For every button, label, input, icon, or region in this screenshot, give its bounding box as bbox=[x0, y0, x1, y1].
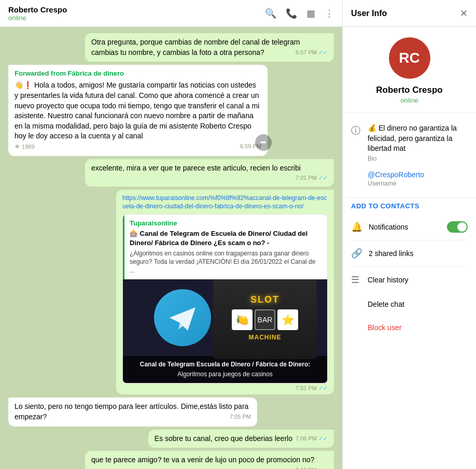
contact-status: online bbox=[8, 14, 265, 22]
preview-header: Tuparaisonline 🎰 Canal de Telegram de Es… bbox=[123, 215, 327, 279]
message-text: Lo siento, pero no tengo tiempo para lee… bbox=[15, 402, 248, 421]
table-row: Es sobre tu canal, creo que deberias lee… bbox=[8, 430, 334, 448]
avatar: RC bbox=[389, 37, 430, 79]
toggle-knob bbox=[457, 222, 467, 232]
link-url[interactable]: https://www.tuparaisonline.com/%f0%9f%92… bbox=[122, 194, 328, 211]
chat-header-icons: 🔍 📞 ▦ ⋮ bbox=[265, 8, 334, 19]
preview-card: Tuparaisonline 🎰 Canal de Telegram de Es… bbox=[122, 214, 328, 383]
preview-desc: ¿Algoritmos en casinos online con tragap… bbox=[130, 249, 322, 275]
link-icon: 🔗 bbox=[351, 248, 362, 259]
preview-title: 🎰 Canal de Telegram de Escuela de Dinero… bbox=[130, 229, 322, 248]
message-bubble-link: https://www.tuparaisonline.com/%f0%9f%92… bbox=[116, 190, 334, 395]
table-row: Otra pregunta, porque cambias de nombre … bbox=[8, 33, 334, 62]
contact-name: Roberto Crespo bbox=[8, 5, 265, 14]
call-icon[interactable]: 📞 bbox=[286, 8, 297, 19]
message-time: 7:01 PM ✓✓ bbox=[296, 174, 328, 182]
message-time: 7:01 PM ✓✓ bbox=[296, 385, 328, 392]
username-row: @CrespoRoberto Username bbox=[351, 166, 468, 191]
preview-site: Tuparaisonline bbox=[130, 219, 322, 228]
user-info-title: User Info bbox=[351, 9, 460, 18]
more-icon[interactable]: ⋮ bbox=[325, 8, 334, 19]
telegram-logo bbox=[154, 289, 211, 346]
message-text: Es sobre tu canal, creo que deberias lee… bbox=[155, 434, 292, 443]
table-row: Lo siento, pero no tengo tiempo para lee… bbox=[8, 397, 334, 426]
block-user-label: Block user bbox=[368, 323, 401, 332]
message-text: que te parece amigo? te va a venir de lu… bbox=[91, 456, 314, 464]
message-bubble: excelente, mira a ver que te parece este… bbox=[85, 159, 334, 187]
username-label: Username bbox=[368, 180, 424, 187]
shared-links-label: 2 shared links bbox=[369, 249, 468, 258]
message-time: 7:06 PM ✓✓ bbox=[296, 435, 328, 443]
messages-area[interactable]: Otra pregunta, porque cambias de nombre … bbox=[0, 27, 342, 469]
chat-header-info: Roberto Crespo online bbox=[8, 5, 265, 22]
table-row: https://www.tuparaisonline.com/%f0%9f%92… bbox=[8, 190, 334, 395]
bio-text: 💰 El dinero no garantiza la felicidad, p… bbox=[368, 123, 468, 154]
view-count: 👁 1989 bbox=[15, 144, 35, 150]
table-row: excelente, mira a ver que te parece este… bbox=[8, 159, 334, 187]
list-icon: ☰ bbox=[351, 274, 361, 286]
message-time: 6:57 PM ✓✓ bbox=[296, 49, 328, 56]
message-text: 👋❗ Hola a todos, amigos! Me gustaría com… bbox=[15, 81, 259, 140]
info-icon: ⓘ bbox=[351, 124, 361, 137]
message-time: 7:05 PM bbox=[230, 413, 251, 421]
forward-icon[interactable]: ➥ bbox=[255, 134, 272, 151]
clear-history-row[interactable]: ☰ Clear history bbox=[351, 267, 468, 293]
table-row: que te parece amigo? te va a venir de lu… bbox=[8, 451, 334, 469]
block-user-row[interactable]: Block user bbox=[351, 316, 468, 339]
message-bubble: Lo siento, pero no tengo tiempo para lee… bbox=[8, 397, 257, 426]
avatar-section: RC Roberto Crespo online bbox=[343, 27, 476, 113]
message-text: Otra pregunta, porque cambias de nombre … bbox=[91, 38, 300, 56]
delete-chat-row[interactable]: Delete chat bbox=[351, 293, 468, 316]
notifications-label: Notifications bbox=[369, 223, 441, 231]
layout-icon[interactable]: ▦ bbox=[306, 8, 315, 19]
action-section: 🔔 Notifications 🔗 2 shared links ☰ Clear… bbox=[343, 214, 476, 339]
clear-history-label: Clear history bbox=[368, 276, 468, 284]
shared-links-row[interactable]: 🔗 2 shared links bbox=[351, 240, 468, 267]
close-icon[interactable]: ✕ bbox=[460, 8, 468, 19]
user-status: online bbox=[400, 96, 418, 104]
user-info-header: User Info ✕ bbox=[343, 0, 476, 27]
user-info-panel: User Info ✕ RC Roberto Crespo online ⓘ 💰… bbox=[342, 0, 476, 469]
bell-icon: 🔔 bbox=[351, 221, 362, 233]
preview-image: SLOT 🍋 BAR ⭐ MACHINE Canal de Telegram E bbox=[123, 279, 327, 383]
info-section: ⓘ 💰 El dinero no garantiza la felicidad,… bbox=[343, 113, 476, 198]
forwarded-label: Forwarded from Fábrica de dinero bbox=[15, 69, 261, 78]
message-bubble-forwarded: Forwarded from Fábrica de dinero 👋❗ Hola… bbox=[8, 65, 268, 155]
search-icon[interactable]: 🔍 bbox=[265, 8, 276, 19]
chat-panel: Roberto Crespo online 🔍 📞 ▦ ⋮ Otra pregu… bbox=[0, 0, 342, 469]
user-name: Roberto Crespo bbox=[376, 85, 442, 95]
delete-chat-label: Delete chat bbox=[368, 300, 468, 308]
message-bubble: que te parece amigo? te va a venir de lu… bbox=[85, 451, 334, 469]
message-bubble: Es sobre tu canal, creo que deberias lee… bbox=[148, 430, 334, 448]
notifications-toggle[interactable] bbox=[447, 221, 468, 233]
preview-image-content: SLOT 🍋 BAR ⭐ MACHINE bbox=[123, 279, 327, 356]
preview-caption: Canal de Telegram Escuela de Dinero / Fá… bbox=[123, 356, 327, 383]
bio-label: Bio bbox=[368, 155, 468, 162]
chat-header: Roberto Crespo online 🔍 📞 ▦ ⋮ bbox=[0, 0, 342, 27]
bio-row: ⓘ 💰 El dinero no garantiza la felicidad,… bbox=[351, 119, 468, 166]
notifications-row[interactable]: 🔔 Notifications bbox=[351, 214, 468, 240]
message-time: 7:12 PM ✓✓ bbox=[296, 466, 328, 469]
slot-machine: SLOT 🍋 BAR ⭐ MACHINE bbox=[213, 279, 317, 359]
add-to-contacts-button[interactable]: ADD TO CONTACTS bbox=[343, 198, 476, 214]
message-bubble: Otra pregunta, porque cambias de nombre … bbox=[85, 33, 334, 62]
message-text: excelente, mira a ver que te parece este… bbox=[91, 164, 301, 172]
table-row: Forwarded from Fábrica de dinero 👋❗ Hola… bbox=[8, 65, 334, 155]
username-text: @CrespoRoberto bbox=[368, 170, 424, 179]
